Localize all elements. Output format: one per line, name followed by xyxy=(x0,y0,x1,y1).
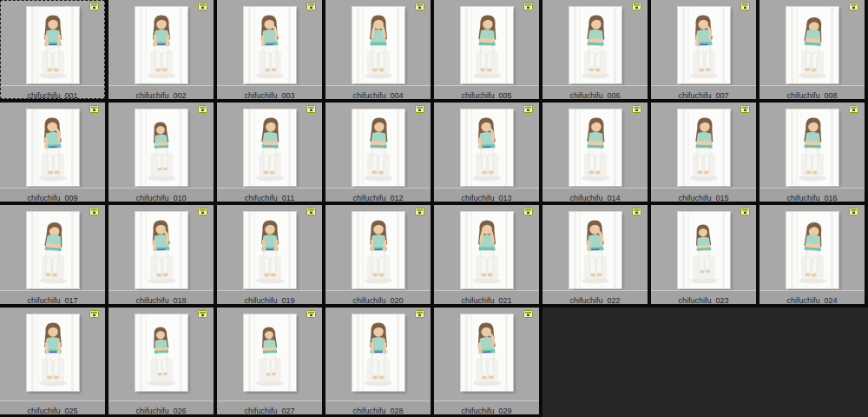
filename-label: chifuchifu_023 xyxy=(678,296,728,304)
thumbnail-cell[interactable]: chifuchifu_025 xyxy=(0,308,105,414)
raw-file-badge-icon xyxy=(89,3,99,10)
photo-thumbnail[interactable] xyxy=(678,109,730,186)
photo-thumbnail[interactable] xyxy=(461,109,513,186)
thumbnail-cell[interactable]: chifuchifu_018 xyxy=(108,205,214,304)
thumbnail-cell[interactable]: chifuchifu_014 xyxy=(542,103,648,202)
thumbnail-cell[interactable]: chifuchifu_020 xyxy=(326,205,431,304)
photo-thumbnail[interactable] xyxy=(352,109,404,186)
thumbnail-cell[interactable]: chifuchifu_013 xyxy=(434,103,539,202)
photo-thumbnail[interactable] xyxy=(786,109,838,186)
photo-thumbnail[interactable] xyxy=(569,212,621,288)
photo-thumbnail[interactable] xyxy=(135,314,187,391)
raw-file-badge-icon xyxy=(740,208,750,215)
photo-thumbnail[interactable] xyxy=(786,7,838,83)
raw-file-badge-icon xyxy=(523,105,533,113)
thumbnail-cell[interactable]: chifuchifu_021 xyxy=(434,205,539,304)
filename-bar: chifuchifu_023 xyxy=(651,290,756,304)
filename-label: chifuchifu_016 xyxy=(786,194,837,202)
thumbnail-cell[interactable]: chifuchifu_019 xyxy=(217,205,322,304)
photo-thumbnail[interactable] xyxy=(352,7,404,83)
thumbnail-cell[interactable]: chifuchifu_028 xyxy=(326,308,431,414)
filename-label: chifuchifu_022 xyxy=(569,296,620,304)
thumbnail-cell[interactable]: chifuchifu_015 xyxy=(651,103,756,202)
raw-file-badge-icon xyxy=(523,310,533,318)
thumbnail-cell[interactable]: chifuchifu_010 xyxy=(108,103,214,202)
raw-file-badge-icon xyxy=(632,3,641,10)
filename-bar: chifuchifu_026 xyxy=(108,400,214,414)
thumbnail-cell[interactable]: chifuchifu_002 xyxy=(108,0,214,99)
thumbnail-cell[interactable]: chifuchifu_011 xyxy=(217,103,322,202)
photo-thumbnail[interactable] xyxy=(135,212,187,288)
thumbnail-cell[interactable]: chifuchifu_022 xyxy=(542,205,648,304)
photo-thumbnail[interactable] xyxy=(352,314,404,391)
filename-label: chifuchifu_014 xyxy=(569,194,620,202)
photo-thumbnail[interactable] xyxy=(461,212,513,288)
thumbnail-cell[interactable]: chifuchifu_016 xyxy=(760,103,865,202)
thumbnail-cell[interactable]: chifuchifu_006 xyxy=(542,0,648,99)
raw-file-badge-icon xyxy=(632,105,641,113)
photo-thumbnail[interactable] xyxy=(678,7,730,83)
photo-thumbnail[interactable] xyxy=(244,7,296,83)
raw-file-badge-icon xyxy=(306,310,316,318)
raw-file-badge-icon xyxy=(849,3,858,10)
thumbnail-cell[interactable]: chifuchifu_007 xyxy=(651,0,756,99)
photo-thumbnail[interactable] xyxy=(27,314,79,391)
photo-thumbnail[interactable] xyxy=(27,7,79,83)
thumbnail-cell[interactable]: chifuchifu_017 xyxy=(0,205,105,304)
filename-bar: chifuchifu_013 xyxy=(434,188,539,202)
thumbnail-cell[interactable]: chifuchifu_004 xyxy=(326,0,431,99)
filename-label: chifuchifu_019 xyxy=(244,296,294,304)
photo-thumbnail[interactable] xyxy=(27,109,79,186)
filename-bar: chifuchifu_011 xyxy=(217,188,322,202)
thumbnail-cell[interactable]: chifuchifu_003 xyxy=(217,0,322,99)
photo-thumbnail[interactable] xyxy=(461,7,513,83)
raw-file-badge-icon xyxy=(415,310,424,318)
filename-label: chifuchifu_013 xyxy=(461,194,511,202)
photo-thumbnail[interactable] xyxy=(27,212,79,288)
photo-thumbnail[interactable] xyxy=(135,7,187,83)
raw-file-badge-icon xyxy=(198,105,207,113)
raw-file-badge-icon xyxy=(632,208,641,215)
thumbnail-cell[interactable]: chifuchifu_026 xyxy=(108,308,214,414)
photo-thumbnail[interactable] xyxy=(461,314,513,391)
raw-file-badge-icon xyxy=(306,3,316,10)
filename-bar: chifuchifu_016 xyxy=(760,188,865,202)
raw-file-badge-icon xyxy=(415,208,424,215)
filename-label: chifuchifu_029 xyxy=(461,407,511,414)
photo-browser-window: chifuchifu_001 chifuchifu_002 chifuchifu… xyxy=(0,0,868,417)
filename-bar: chifuchifu_021 xyxy=(434,290,539,304)
filename-label: chifuchifu_010 xyxy=(135,194,186,202)
photo-thumbnail[interactable] xyxy=(135,109,187,186)
thumbnail-cell[interactable]: chifuchifu_005 xyxy=(434,0,539,99)
filename-label: chifuchifu_009 xyxy=(27,194,77,202)
filename-label: chifuchifu_021 xyxy=(461,296,511,304)
photo-thumbnail[interactable] xyxy=(244,212,296,288)
photo-thumbnail[interactable] xyxy=(786,212,838,288)
thumbnail-cell[interactable]: chifuchifu_009 xyxy=(0,103,105,202)
filename-bar: chifuchifu_004 xyxy=(326,85,431,99)
thumbnail-cell[interactable]: chifuchifu_023 xyxy=(651,205,756,304)
filename-bar: chifuchifu_020 xyxy=(326,290,431,304)
thumbnail-cell[interactable]: chifuchifu_008 xyxy=(760,0,865,99)
thumbnail-cell[interactable]: chifuchifu_001 xyxy=(0,0,105,99)
photo-thumbnail[interactable] xyxy=(244,109,296,186)
filename-label: chifuchifu_011 xyxy=(245,194,294,202)
filename-label: chifuchifu_024 xyxy=(786,296,837,304)
raw-file-badge-icon xyxy=(198,3,207,10)
filename-label: chifuchifu_015 xyxy=(678,194,728,202)
thumbnail-cell[interactable]: chifuchifu_012 xyxy=(326,103,431,202)
thumbnail-cell[interactable]: chifuchifu_029 xyxy=(434,308,539,414)
photo-thumbnail[interactable] xyxy=(244,314,296,391)
filename-bar: chifuchifu_014 xyxy=(542,188,648,202)
thumbnail-cell[interactable]: chifuchifu_027 xyxy=(217,308,322,414)
photo-thumbnail[interactable] xyxy=(569,7,621,83)
thumbnail-cell[interactable]: chifuchifu_024 xyxy=(760,205,865,304)
filename-bar: chifuchifu_003 xyxy=(217,85,322,99)
filename-bar: chifuchifu_018 xyxy=(108,290,214,304)
filename-label: chifuchifu_012 xyxy=(352,194,403,202)
raw-file-badge-icon xyxy=(89,310,99,318)
filename-bar: chifuchifu_005 xyxy=(434,85,539,99)
photo-thumbnail[interactable] xyxy=(352,212,404,288)
photo-thumbnail[interactable] xyxy=(678,212,730,288)
photo-thumbnail[interactable] xyxy=(569,109,621,186)
